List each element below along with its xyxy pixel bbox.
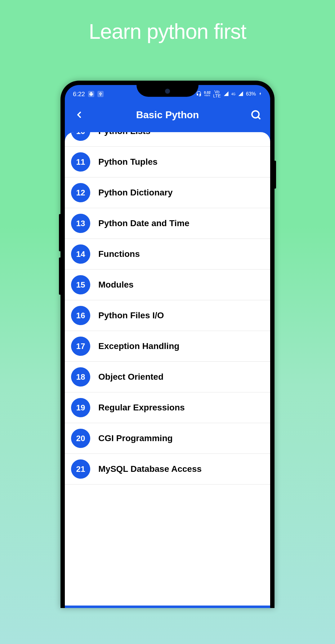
search-button[interactable]: [250, 109, 262, 121]
lesson-number-badge: 12: [71, 183, 90, 202]
lesson-item[interactable]: 18 Object Oriented: [65, 362, 270, 392]
lesson-number-badge: 10: [71, 132, 90, 141]
lesson-title: Python Files I/O: [98, 311, 164, 320]
lesson-title: MySQL Database Access: [98, 464, 202, 474]
usb-icon: [97, 91, 104, 97]
lesson-number-badge: 11: [71, 152, 90, 172]
phone-power-button: [275, 161, 276, 189]
data-speed-indicator: 0.02 KB/S: [204, 91, 211, 96]
lesson-item[interactable]: 17 Exception Handling: [65, 331, 270, 362]
lesson-number-badge: 20: [71, 429, 90, 448]
svg-line-1: [258, 117, 260, 119]
lesson-title: Python Date and Time: [98, 218, 190, 228]
lesson-title: Python Tuples: [98, 157, 158, 167]
signal-icon-2: [238, 91, 243, 97]
lesson-title: Exception Handling: [98, 341, 179, 351]
lesson-title: Regular Expressions: [98, 403, 185, 413]
lesson-title: Modules: [98, 280, 134, 290]
lesson-item[interactable]: 12 Python Dictionary: [65, 177, 270, 208]
page-title: Basic Python: [136, 109, 199, 121]
lesson-item[interactable]: 10 Python Lists: [65, 132, 270, 147]
content-area: 10 Python Lists 11 Python Tuples 12 Pyth…: [65, 132, 270, 606]
network-type: 4G: [231, 92, 235, 96]
status-bar-left: 6:22: [73, 91, 104, 98]
phone-screen: 6:22 0.02 KB/S Vo LTE: [65, 85, 270, 608]
lesson-title: Functions: [98, 249, 140, 259]
lesson-number-badge: 15: [71, 275, 90, 294]
lesson-item[interactable]: 19 Regular Expressions: [65, 392, 270, 423]
status-bar-right: 0.02 KB/S Vo LTE 4G 63%: [196, 90, 262, 98]
signal-icon: [223, 91, 229, 97]
lesson-item[interactable]: 14 Functions: [65, 239, 270, 270]
lesson-item[interactable]: 11 Python Tuples: [65, 147, 270, 177]
back-button[interactable]: [73, 109, 85, 121]
lesson-list[interactable]: 10 Python Lists 11 Python Tuples 12 Pyth…: [65, 132, 270, 485]
lesson-number-badge: 17: [71, 337, 90, 356]
lesson-number-badge: 14: [71, 244, 90, 264]
lesson-title: Object Oriented: [98, 372, 163, 382]
lesson-title: Python Dictionary: [98, 188, 173, 198]
phone-volume-down-button: [59, 257, 60, 295]
volte-indicator: Vo LTE: [213, 90, 221, 98]
app-header: Basic Python: [65, 101, 270, 132]
lesson-number-badge: 21: [71, 459, 90, 479]
battery-percentage: 63%: [246, 91, 256, 97]
lesson-number-badge: 16: [71, 306, 90, 325]
lesson-item[interactable]: 20 CGI Programming: [65, 423, 270, 454]
headphones-icon: [196, 91, 202, 97]
android-icon: [88, 91, 94, 97]
lesson-item[interactable]: 15 Modules: [65, 270, 270, 300]
charging-icon: [258, 91, 262, 97]
lesson-item[interactable]: 13 Python Date and Time: [65, 208, 270, 239]
phone-volume-up-button: [59, 214, 60, 251]
promo-title: Learn python first: [89, 19, 246, 43]
phone-notch: [136, 85, 199, 97]
lesson-number-badge: 19: [71, 398, 90, 417]
lesson-number-badge: 13: [71, 214, 90, 233]
lesson-number-badge: 18: [71, 367, 90, 387]
lesson-title: Python Lists: [98, 132, 150, 136]
status-time: 6:22: [73, 91, 85, 98]
phone-frame: 6:22 0.02 KB/S Vo LTE: [60, 81, 275, 608]
lesson-title: CGI Programming: [98, 433, 173, 443]
lesson-item[interactable]: 21 MySQL Database Access: [65, 454, 270, 485]
lesson-item[interactable]: 16 Python Files I/O: [65, 300, 270, 331]
